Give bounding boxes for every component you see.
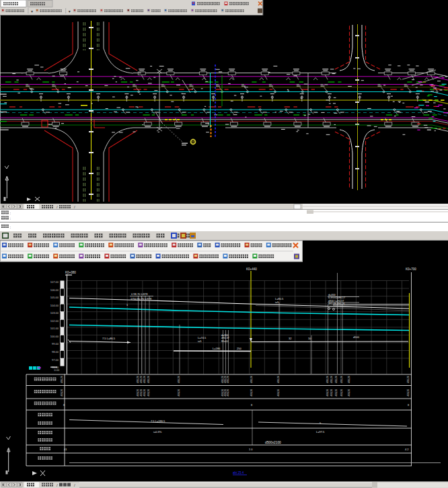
svg-text:8: 8 <box>251 404 252 407</box>
svg-text:1750 80.76 0.878: 1750 80.76 0.878 <box>130 297 152 300</box>
svg-text:491.26: 491.26 <box>335 389 338 397</box>
svg-text:32: 32 <box>289 337 292 340</box>
svg-text:491.26: 491.26 <box>61 389 63 397</box>
svg-text:100.00: 100.00 <box>50 335 59 338</box>
svg-text:491.26: 491.26 <box>340 389 343 397</box>
svg-text:▾: ▾ <box>31 9 33 13</box>
svg-text:491.26: 491.26 <box>227 376 229 383</box>
svg-text:103.00: 103.00 <box>50 311 59 315</box>
svg-text:491.26: 491.26 <box>178 376 180 383</box>
svg-text:491.26: 491.26 <box>140 376 143 383</box>
svg-text:491.09 490.26: 491.09 490.26 <box>328 302 344 305</box>
svg-text:i=5: i=5 <box>198 339 202 343</box>
svg-text:1 0: 1 0 <box>249 448 253 451</box>
svg-text:491.26: 491.26 <box>407 376 410 383</box>
svg-text:K0+080: K0+080 <box>65 271 76 274</box>
svg-text:491.26: 491.26 <box>147 389 150 397</box>
svg-text:491.26: 491.26 <box>143 389 146 397</box>
svg-text:491.26: 491.26 <box>61 376 63 383</box>
svg-text:d500: d500 <box>353 335 360 339</box>
svg-text:L=186: L=186 <box>213 347 221 350</box>
svg-text:491.26: 491.26 <box>250 376 253 383</box>
svg-text:491.26: 491.26 <box>178 389 180 397</box>
svg-text:491.26: 491.26 <box>330 376 333 383</box>
svg-text:491.26: 491.26 <box>326 376 329 383</box>
svg-text:491.26: 491.26 <box>277 376 280 383</box>
svg-text:491.26: 491.26 <box>330 389 333 397</box>
svg-text:abt 25.4: abt 25.4 <box>233 471 244 475</box>
svg-text:491.26: 491.26 <box>227 389 229 397</box>
svg-text:7.5 L=86.5: 7.5 L=86.5 <box>102 337 116 340</box>
svg-text:99.00: 99.00 <box>52 342 59 345</box>
svg-text:491.26: 491.26 <box>140 389 143 397</box>
svg-text:d500x2100: d500x2100 <box>265 441 281 444</box>
svg-text:89x10: 89x10 <box>221 340 228 343</box>
svg-text:491.26: 491.26 <box>326 389 329 397</box>
svg-text:105.00: 105.00 <box>50 296 59 299</box>
svg-text:491.26: 491.26 <box>348 376 350 383</box>
svg-text:4 2: 4 2 <box>405 448 409 451</box>
svg-text:0 98.70 0.878: 0 98.70 0.878 <box>131 292 148 296</box>
svg-text:L=97.5: L=97.5 <box>316 430 325 434</box>
svg-text:K0+440: K0+440 <box>246 268 257 271</box>
svg-text:7.5 L=186.5: 7.5 L=186.5 <box>151 419 165 423</box>
svg-text:K0+700: K0+700 <box>406 268 416 271</box>
svg-text:491.26: 491.26 <box>143 376 146 383</box>
svg-text:491.26: 491.26 <box>407 389 410 397</box>
svg-text:101.00: 101.00 <box>50 327 59 330</box>
svg-text:491.26: 491.26 <box>137 376 139 383</box>
svg-text:8: 8 <box>63 404 65 407</box>
svg-text:i=5: i=5 <box>275 300 279 304</box>
svg-text:▾: ▾ <box>69 9 71 13</box>
svg-text:41: 41 <box>64 448 67 451</box>
svg-text:106.00: 106.00 <box>50 288 59 292</box>
svg-text:102.00: 102.00 <box>50 319 59 323</box>
svg-text:0.00: 0.00 <box>54 369 59 372</box>
svg-text:491.26: 491.26 <box>348 389 350 397</box>
svg-text:98.00: 98.00 <box>52 350 59 354</box>
svg-text:97.00: 97.00 <box>52 358 59 362</box>
svg-text:104.00: 104.00 <box>50 304 59 307</box>
svg-text:491.26: 491.26 <box>340 376 343 383</box>
svg-text:8: 8 <box>408 404 409 407</box>
svg-text:107.00: 107.00 <box>50 280 59 284</box>
svg-text:10: 10 <box>308 337 311 340</box>
svg-text:491.26: 491.26 <box>277 389 280 397</box>
svg-text:i=0.3%: i=0.3% <box>153 430 162 434</box>
svg-text:491.26: 491.26 <box>147 376 150 383</box>
svg-text:491.26: 491.26 <box>137 389 139 397</box>
svg-text:491.26: 491.26 <box>250 389 253 397</box>
svg-text:250: 250 <box>237 347 241 350</box>
svg-text:491.26: 491.26 <box>335 376 338 383</box>
